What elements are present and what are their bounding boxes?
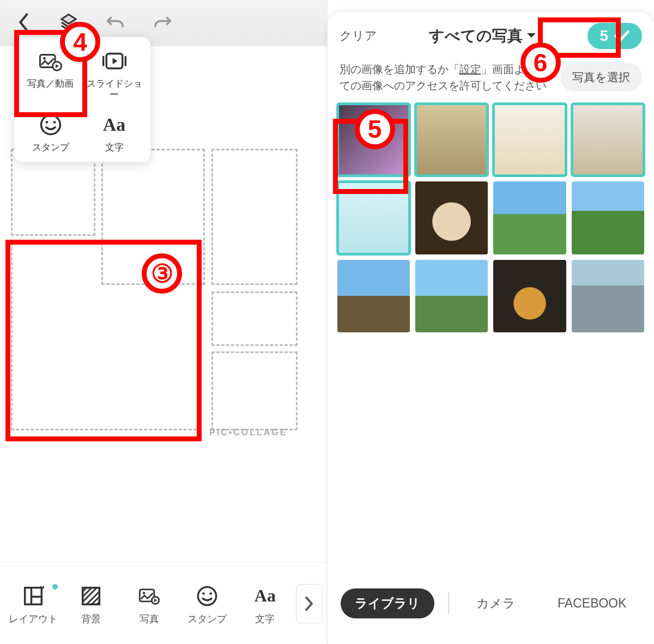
photo-icon [120, 582, 178, 610]
album-dropdown[interactable]: すべての写真 [429, 26, 536, 46]
tab-camera[interactable]: カメラ [462, 588, 530, 618]
bottom-label: スタンプ [178, 612, 236, 625]
editor-bottom-bar: レイアウト 背景 写真 スタンプ Aa 文字 [0, 562, 327, 644]
undo-icon[interactable] [106, 14, 125, 33]
bottom-label: 文字 [236, 612, 294, 625]
bottom-background[interactable]: 背景 [62, 582, 120, 625]
photo-thumb[interactable] [493, 181, 566, 254]
bottom-layout[interactable]: レイアウト [4, 582, 62, 625]
redo-icon[interactable] [153, 14, 172, 33]
tab-facebook[interactable]: FACEBOOK [543, 590, 641, 617]
photo-thumb[interactable] [337, 260, 410, 332]
bottom-photo[interactable]: 写真 [120, 582, 178, 625]
collage-slot[interactable] [211, 291, 298, 346]
smile-icon [20, 112, 81, 138]
bottom-text[interactable]: Aa 文字 [236, 582, 294, 625]
background-icon [62, 582, 120, 610]
photo-thumb[interactable] [415, 104, 488, 176]
chevron-down-icon [527, 33, 536, 42]
slideshow-icon [83, 48, 145, 74]
popup-stamp[interactable]: スタンプ [19, 107, 82, 160]
text-icon: Aa [83, 112, 145, 138]
photo-thumb[interactable] [415, 181, 488, 254]
layers-icon[interactable] [59, 13, 78, 34]
svg-point-1 [43, 57, 46, 60]
bottom-next-button[interactable] [296, 584, 322, 623]
selection-count: 5 [600, 27, 608, 45]
bottom-stamp[interactable]: スタンプ [178, 582, 236, 625]
photo-grid [328, 97, 655, 339]
collage-slot[interactable] [211, 351, 298, 430]
photo-thumb[interactable] [337, 104, 410, 176]
album-title: すべての写真 [429, 26, 523, 46]
svg-rect-8 [83, 587, 100, 604]
permission-hint: 別の画像を追加するか「設定」画面より全ての画像へのアクセスを許可してください 写… [328, 53, 655, 97]
photo-thumb[interactable] [337, 181, 410, 254]
svg-point-5 [45, 121, 48, 124]
smile-icon [178, 582, 236, 610]
settings-link[interactable]: 設定 [459, 63, 481, 75]
select-photos-button[interactable]: 写真を選択 [560, 63, 642, 92]
hint-text: 別の画像を追加するか「設定」画面より全ての画像へのアクセスを許可してください [340, 61, 553, 94]
popup-text[interactable]: Aa 文字 [82, 107, 146, 160]
collage-slot[interactable] [11, 242, 202, 430]
tab-library[interactable]: ライブラリ [341, 588, 434, 618]
text-icon: Aa [236, 582, 294, 610]
svg-point-4 [41, 115, 60, 134]
svg-point-13 [202, 592, 204, 594]
popup-label: スライドショー [83, 78, 145, 101]
back-icon[interactable] [16, 11, 32, 35]
picker-header: クリア すべての写真 5 [328, 12, 655, 53]
photo-picker-screen: クリア すべての写真 5 別の画像を追加するか「設定」画面より全ての画像へのアク… [328, 0, 655, 644]
bottom-label: 写真 [120, 612, 178, 625]
picker-bottom-tabs: ライブラリ カメラ FACEBOOK [328, 562, 655, 644]
photo-thumb[interactable] [415, 260, 488, 332]
popup-slideshow[interactable]: スライドショー [82, 44, 146, 107]
watermark: PIC•COLLAGE [209, 428, 288, 438]
photo-thumb[interactable] [572, 260, 644, 332]
photo-thumb[interactable] [572, 104, 644, 176]
svg-point-12 [198, 587, 216, 605]
clear-button[interactable]: クリア [340, 28, 377, 44]
collage-slot[interactable] [211, 149, 298, 285]
svg-point-10 [143, 592, 145, 594]
divider [448, 592, 449, 615]
bottom-label: 背景 [62, 612, 120, 625]
svg-point-6 [53, 121, 56, 124]
add-content-popup: 写真／動画 スライドショー スタンプ Aa 文字 [14, 37, 150, 162]
popup-label: 写真／動画 [20, 78, 81, 89]
popup-photo-video[interactable]: 写真／動画 [19, 44, 82, 107]
confirm-selection-button[interactable]: 5 [588, 23, 642, 49]
popup-label: スタンプ [20, 142, 81, 153]
photo-thumb[interactable] [493, 260, 566, 332]
photo-video-icon [20, 48, 81, 74]
check-icon [614, 29, 630, 42]
popup-label: 文字 [83, 142, 145, 153]
badge-dot-icon [52, 584, 58, 590]
bottom-label: レイアウト [4, 612, 62, 625]
svg-point-14 [209, 592, 211, 594]
photo-thumb[interactable] [493, 104, 566, 176]
editor-screen: PIC•COLLAGE 写真／動画 スライドショー スタンプ [0, 0, 328, 644]
photo-thumb[interactable] [572, 181, 644, 254]
